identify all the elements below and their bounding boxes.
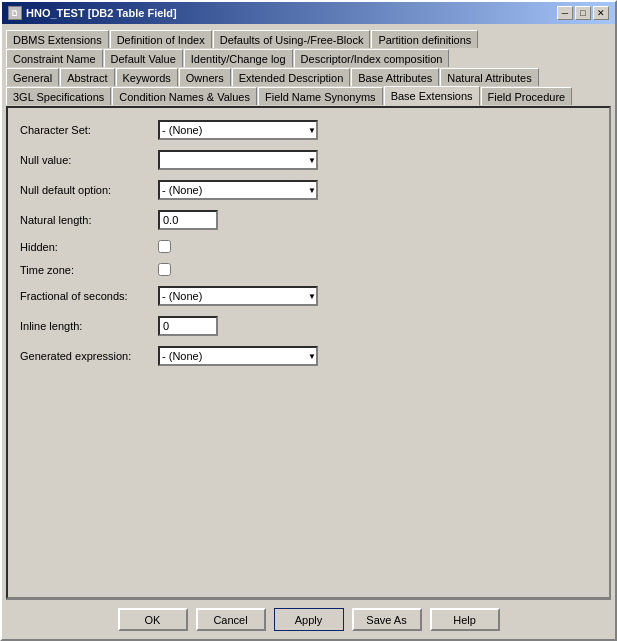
generated-expression-row: Generated expression: - (None) ▼ [20, 346, 597, 366]
main-window: 🗋 HNO_TEST [DB2 Table Field] ─ □ ✕ DBMS … [0, 0, 617, 641]
close-button[interactable]: ✕ [593, 6, 609, 20]
inline-length-label: Inline length: [20, 320, 150, 332]
natural-length-label: Natural length: [20, 214, 150, 226]
tab-condition-names-values[interactable]: Condition Names & Values [112, 87, 257, 105]
content-area: Character Set: - (None) ▼ Null value: ▼ … [6, 106, 611, 599]
tab-row-4: 3GL Specifications Condition Names & Val… [6, 85, 611, 105]
tab-general[interactable]: General [6, 68, 59, 86]
hidden-label: Hidden: [20, 241, 150, 253]
tab-dbms-extensions[interactable]: DBMS Extensions [6, 30, 109, 48]
null-default-option-select[interactable]: - (None) [158, 180, 318, 200]
tab-descriptor-index[interactable]: Descriptor/Index composition [294, 49, 450, 67]
time-zone-checkbox[interactable] [158, 263, 171, 276]
tab-row-1: DBMS Extensions Definition of Index Defa… [6, 28, 611, 46]
hidden-row: Hidden: [20, 240, 597, 253]
natural-length-input[interactable] [158, 210, 218, 230]
tab-natural-attributes[interactable]: Natural Attributes [440, 68, 538, 86]
ok-button[interactable]: OK [118, 608, 188, 631]
tab-default-value[interactable]: Default Value [104, 49, 183, 67]
bottom-bar: OK Cancel Apply Save As Help [2, 600, 615, 639]
character-set-select[interactable]: - (None) [158, 120, 318, 140]
help-button[interactable]: Help [430, 608, 500, 631]
null-default-option-label: Null default option: [20, 184, 150, 196]
fractional-seconds-row: Fractional of seconds: - (None) ▼ [20, 286, 597, 306]
tab-3gl-specifications[interactable]: 3GL Specifications [6, 87, 111, 105]
tab-field-procedure[interactable]: Field Procedure [481, 87, 573, 105]
character-set-wrapper: - (None) ▼ [158, 120, 318, 140]
title-bar-left: 🗋 HNO_TEST [DB2 Table Field] [8, 6, 177, 20]
tab-owners[interactable]: Owners [179, 68, 231, 86]
tab-extended-description[interactable]: Extended Description [232, 68, 351, 86]
tab-definition-of-index[interactable]: Definition of Index [110, 30, 212, 48]
tab-base-extensions[interactable]: Base Extensions [384, 86, 480, 106]
tab-row-3: General Abstract Keywords Owners Extende… [6, 66, 611, 84]
maximize-button[interactable]: □ [575, 6, 591, 20]
fractional-seconds-select[interactable]: - (None) [158, 286, 318, 306]
tab-abstract[interactable]: Abstract [60, 68, 114, 86]
null-value-wrapper: ▼ [158, 150, 318, 170]
tab-partition-definitions[interactable]: Partition definitions [371, 30, 478, 48]
generated-expression-label: Generated expression: [20, 350, 150, 362]
title-bar: 🗋 HNO_TEST [DB2 Table Field] ─ □ ✕ [2, 2, 615, 24]
tab-identity-change-log[interactable]: Identity/Change log [184, 49, 293, 67]
null-value-label: Null value: [20, 154, 150, 166]
cancel-button[interactable]: Cancel [196, 608, 266, 631]
generated-expression-wrapper: - (None) ▼ [158, 346, 318, 366]
null-default-option-wrapper: - (None) ▼ [158, 180, 318, 200]
time-zone-label: Time zone: [20, 264, 150, 276]
minimize-button[interactable]: ─ [557, 6, 573, 20]
character-set-row: Character Set: - (None) ▼ [20, 120, 597, 140]
null-default-option-row: Null default option: - (None) ▼ [20, 180, 597, 200]
null-value-select[interactable] [158, 150, 318, 170]
title-buttons: ─ □ ✕ [557, 6, 609, 20]
tab-field-name-synonyms[interactable]: Field Name Synonyms [258, 87, 383, 105]
save-as-button[interactable]: Save As [352, 608, 422, 631]
tab-row-2: Constraint Name Default Value Identity/C… [6, 47, 611, 65]
natural-length-row: Natural length: [20, 210, 597, 230]
fractional-seconds-label: Fractional of seconds: [20, 290, 150, 302]
generated-expression-select[interactable]: - (None) [158, 346, 318, 366]
tabs-container: DBMS Extensions Definition of Index Defa… [2, 24, 615, 106]
inline-length-input[interactable] [158, 316, 218, 336]
null-value-row: Null value: ▼ [20, 150, 597, 170]
tab-defaults-of-using[interactable]: Defaults of Using-/Free-Block [213, 30, 371, 48]
time-zone-row: Time zone: [20, 263, 597, 276]
fractional-seconds-wrapper: - (None) ▼ [158, 286, 318, 306]
inline-length-row: Inline length: [20, 316, 597, 336]
character-set-label: Character Set: [20, 124, 150, 136]
window-icon: 🗋 [8, 6, 22, 20]
window-title: HNO_TEST [DB2 Table Field] [26, 7, 177, 19]
tab-constraint-name[interactable]: Constraint Name [6, 49, 103, 67]
tab-keywords[interactable]: Keywords [116, 68, 178, 86]
apply-button[interactable]: Apply [274, 608, 344, 631]
hidden-checkbox[interactable] [158, 240, 171, 253]
tab-base-attributes[interactable]: Base Attributes [351, 68, 439, 86]
